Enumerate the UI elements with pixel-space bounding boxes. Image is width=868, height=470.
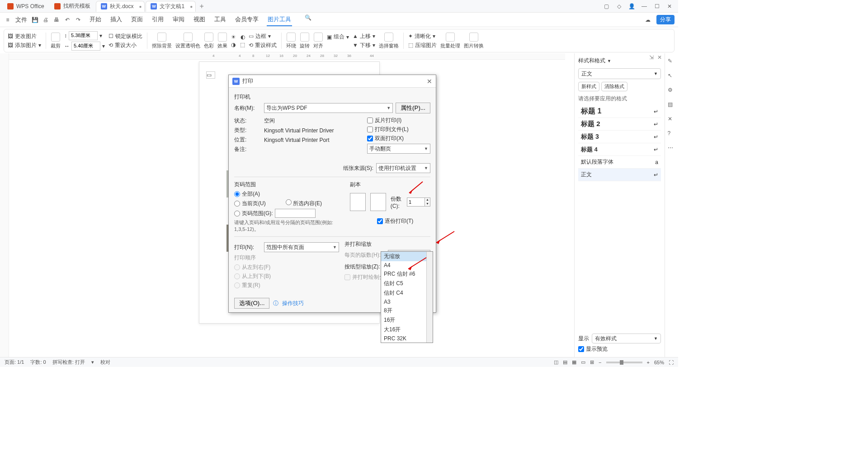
show-preview-checkbox[interactable]: [578, 346, 584, 352]
scale-option[interactable]: A3: [381, 298, 433, 306]
all-pages-radio[interactable]: [234, 191, 240, 197]
add-picture-button[interactable]: 🖼 添加图片 ▾: [8, 42, 41, 49]
status-proof[interactable]: 校对: [100, 359, 110, 366]
zoom-in-icon[interactable]: +: [647, 360, 650, 365]
undo-icon[interactable]: ↶: [63, 16, 71, 24]
manual-flip-select[interactable]: 手动翻页▼: [367, 144, 430, 154]
tab-picture-tools[interactable]: 图片工具: [267, 14, 292, 26]
page-range-input[interactable]: [275, 209, 316, 218]
show-select[interactable]: 有效样式▼: [592, 334, 661, 343]
align-button[interactable]: 对齐: [313, 33, 323, 49]
transparent-button[interactable]: 设置透明色: [175, 33, 200, 49]
tab-reference[interactable]: 引用: [151, 14, 165, 26]
scale-option[interactable]: PRC 信封 #6: [381, 269, 433, 279]
print-icon[interactable]: 🖨: [42, 16, 50, 24]
reverse-print-checkbox[interactable]: [367, 118, 373, 123]
side-tool-select-icon[interactable]: ↖: [668, 72, 676, 80]
send-backward-button[interactable]: ▼ 下移 ▾: [353, 42, 375, 49]
tips-link[interactable]: 操作技巧: [282, 300, 304, 307]
bring-forward-button[interactable]: ▲ 上移 ▾: [353, 33, 375, 40]
cloud-icon[interactable]: ☁: [644, 16, 652, 24]
view-mode-icon[interactable]: ▤: [563, 359, 567, 365]
scale-option[interactable]: PRC 32K: [381, 334, 433, 343]
copies-spinner[interactable]: ▲▼: [407, 197, 430, 207]
view-mode-icon[interactable]: ▭: [581, 359, 585, 365]
compress-button[interactable]: ⬚ 压缩图片: [408, 42, 437, 49]
duplex-checkbox[interactable]: [367, 136, 373, 141]
page-range-radio[interactable]: [234, 211, 240, 216]
spin-down-icon[interactable]: ▼: [425, 202, 430, 206]
style-item-h4[interactable]: 标题 4↵: [578, 143, 661, 156]
status-page[interactable]: 页面: 1/1: [5, 359, 24, 366]
view-mode-icon[interactable]: ◫: [554, 359, 558, 365]
reset-size-button[interactable]: ⟲ 重设大小: [108, 42, 142, 49]
template-tab[interactable]: 找稻壳模板: [50, 1, 95, 12]
side-tool-layers-icon[interactable]: ▤: [668, 101, 676, 109]
section-handle-icon[interactable]: ▭: [206, 71, 215, 79]
current-page-radio[interactable]: [234, 201, 240, 207]
recolor-button[interactable]: 色彩: [204, 33, 214, 49]
redo-icon[interactable]: ↷: [74, 16, 82, 24]
new-style-button[interactable]: 新样式: [578, 82, 599, 91]
search-icon[interactable]: 🔍: [304, 14, 312, 22]
window-cube-icon[interactable]: ◇: [616, 3, 622, 9]
border-button[interactable]: ▭ 边框 ▾: [249, 33, 277, 40]
tab-close-icon[interactable]: ●: [139, 4, 142, 9]
convert-button[interactable]: 图片转换: [464, 33, 484, 49]
selected-content-radio[interactable]: [286, 199, 292, 205]
scale-option[interactable]: 8开: [381, 306, 433, 315]
tab-start[interactable]: 开始: [89, 14, 102, 26]
scale-option[interactable]: 信封 C4: [381, 288, 433, 298]
print-preview-icon[interactable]: 🖶: [52, 16, 61, 24]
side-tool-more-icon[interactable]: ⋯: [668, 145, 676, 153]
copies-input[interactable]: [407, 198, 425, 206]
height-input[interactable]: [69, 31, 98, 40]
new-tab-button[interactable]: +: [197, 2, 207, 10]
zoom-slider[interactable]: [606, 362, 642, 363]
avatar-icon[interactable]: 👤: [628, 3, 635, 9]
printer-properties-button[interactable]: 属性(P)...: [396, 103, 430, 113]
remove-bg-button[interactable]: 抠除背景: [152, 33, 172, 49]
dialog-close-icon[interactable]: ✕: [427, 78, 432, 85]
side-tool-styles-icon[interactable]: ✎: [668, 58, 676, 66]
selection-pane-button[interactable]: 选择窗格: [379, 33, 399, 49]
tab-insert[interactable]: 插入: [109, 14, 123, 26]
paper-source-select[interactable]: 使用打印机设置▼: [376, 163, 430, 173]
close-icon[interactable]: ✕: [666, 3, 673, 9]
printer-name-select[interactable]: 导出为WPS PDF▼: [264, 103, 393, 113]
scale-option[interactable]: 16开: [381, 315, 433, 325]
app-tab[interactable]: WPS Office: [3, 1, 49, 12]
tab-member[interactable]: 会员专享: [234, 14, 259, 26]
status-words[interactable]: 字数: 0: [30, 359, 46, 366]
zoom-value[interactable]: 65%: [654, 360, 664, 365]
panel-close-icon[interactable]: ✕: [657, 54, 662, 61]
view-mode-icon[interactable]: ⊞: [590, 359, 594, 365]
hamburger-icon[interactable]: ≡: [4, 16, 12, 24]
tab-review[interactable]: 审阅: [172, 14, 185, 26]
dropdown-scrollbar[interactable]: [426, 252, 433, 343]
style-item-body[interactable]: 正文↵: [578, 169, 661, 181]
style-item-default-font[interactable]: 默认段落字体a: [578, 156, 661, 169]
rotate-button[interactable]: 旋转: [300, 33, 310, 49]
doc-tab-1[interactable]: W 秋天.docx ●: [96, 1, 145, 12]
file-menu[interactable]: 文件: [14, 14, 28, 26]
current-style-select[interactable]: 正文▼: [578, 68, 661, 79]
sharpen-button[interactable]: ✦ 清晰化 ▾: [408, 33, 437, 40]
print-what-select[interactable]: 范围中所有页面▼: [264, 242, 339, 252]
share-button[interactable]: 分享: [656, 15, 675, 24]
zoom-out-icon[interactable]: −: [599, 360, 601, 365]
print-to-file-checkbox[interactable]: [367, 127, 373, 132]
scale-option[interactable]: 大16开: [381, 325, 433, 334]
scale-option[interactable]: 信封 C5: [381, 279, 433, 288]
options-button[interactable]: 选项(O)...: [234, 298, 269, 309]
change-picture-button[interactable]: 🖼 更改图片: [8, 33, 41, 40]
lock-ratio-checkbox[interactable]: ☐ 锁定纵横比: [108, 33, 142, 40]
collate-checkbox[interactable]: [377, 218, 383, 224]
tab-close-icon[interactable]: ●: [190, 4, 193, 9]
style-item-h2[interactable]: 标题 2↵: [578, 118, 661, 131]
clear-format-button[interactable]: 清除格式: [601, 82, 627, 91]
tab-view[interactable]: 视图: [193, 14, 206, 26]
style-item-h1[interactable]: 标题 1↵: [578, 105, 661, 118]
wrap-button[interactable]: 环绕: [286, 33, 296, 49]
style-item-h3[interactable]: 标题 3↵: [578, 131, 661, 143]
